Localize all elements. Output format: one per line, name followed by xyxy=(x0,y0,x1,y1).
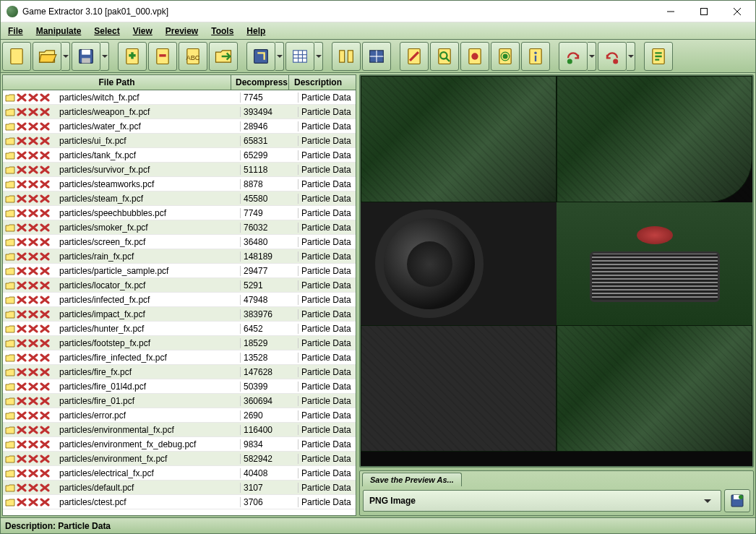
titlebar[interactable]: Game Extractor 3.10 [pak01_000.vpk] xyxy=(1,1,755,22)
cell-path: particles/witch_fx.pcf xyxy=(58,92,240,103)
convert-button[interactable] xyxy=(246,42,275,71)
table-row[interactable]: particles/witch_fx.pcf 7745 Particle Dat… xyxy=(3,90,356,105)
edit-button[interactable] xyxy=(400,42,429,71)
grid-button[interactable] xyxy=(362,42,391,71)
file-list-pane: File Path Decompress Description particl… xyxy=(2,74,356,516)
options-button[interactable] xyxy=(644,42,673,71)
table-row[interactable]: particles/infected_fx.pcf 47948 Particle… xyxy=(3,293,356,307)
preview-viewport[interactable] xyxy=(359,74,754,468)
row-icons xyxy=(3,267,58,275)
col-decompress[interactable]: Decompress xyxy=(231,75,289,90)
table-row[interactable]: particles/fire_01.pcf 360694 Particle Da… xyxy=(3,394,356,408)
table-row[interactable]: particles/steam_fx.pcf 45580 Particle Da… xyxy=(3,191,356,206)
folder-icon xyxy=(5,238,15,246)
folder-icon xyxy=(5,455,15,463)
table-body[interactable]: particles/witch_fx.pcf 7745 Particle Dat… xyxy=(3,90,356,515)
redo-red-button[interactable] xyxy=(598,42,627,71)
folder-icon xyxy=(5,382,15,391)
cell-path: particles/ui_fx.pcf xyxy=(58,136,240,146)
folder-icon xyxy=(5,209,15,218)
split-button[interactable] xyxy=(332,42,361,71)
menu-preview[interactable]: Preview xyxy=(164,25,199,38)
row-icons xyxy=(3,252,58,261)
row-icons xyxy=(3,324,58,333)
save-preview-tab[interactable]: Save the Preview As... xyxy=(362,473,462,486)
convert-dropdown[interactable] xyxy=(275,42,284,71)
table-row[interactable]: particles/hunter_fx.pcf 6452 Particle Da… xyxy=(3,322,356,336)
table-row[interactable]: particles/footstep_fx.pcf 18529 Particle… xyxy=(3,336,356,350)
minimize-button[interactable] xyxy=(654,1,687,22)
table-row[interactable]: particles/weapon_fx.pcf 393494 Particle … xyxy=(3,105,356,119)
menu-tools[interactable]: Tools xyxy=(210,25,235,38)
table-row[interactable]: particles/screen_fx.pcf 36480 Particle D… xyxy=(3,235,356,249)
table-row[interactable]: particles/ui_fx.pcf 65831 Particle Data xyxy=(3,134,356,148)
cell-decompress: 147628 xyxy=(240,367,298,377)
maximize-button[interactable] xyxy=(687,1,721,22)
save-preview-button[interactable] xyxy=(724,489,750,512)
open-dropdown[interactable] xyxy=(61,42,70,71)
cell-description: Particle Data xyxy=(298,396,356,406)
table-row[interactable]: particles/fire_infected_fx.pcf 13528 Par… xyxy=(3,350,356,365)
table-row[interactable]: particles/electrical_fx.pcf 40408 Partic… xyxy=(3,466,356,481)
export-button[interactable] xyxy=(209,42,238,71)
table-row[interactable]: particles/environmental_fx.pcf 116400 Pa… xyxy=(3,423,356,437)
col-filepath[interactable]: File Path xyxy=(3,75,231,90)
table-row[interactable]: particles/steamworks.pcf 8878 Particle D… xyxy=(3,177,356,191)
table-row[interactable]: particles/particle_sample.pcf 29477 Part… xyxy=(3,264,356,278)
table-row[interactable]: particles/smoker_fx.pcf 76032 Particle D… xyxy=(3,220,356,235)
gear2-button[interactable] xyxy=(491,42,520,71)
menu-manipulate[interactable]: Manipulate xyxy=(35,25,83,38)
x-icon-1 xyxy=(17,122,27,131)
find-button[interactable] xyxy=(430,42,459,71)
table-row[interactable]: particles/environment_fx_debug.pcf 9834 … xyxy=(3,437,356,452)
x-icon-2 xyxy=(28,469,38,478)
x-icon-3 xyxy=(40,93,50,102)
table-dropdown[interactable] xyxy=(314,42,323,71)
rename-button[interactable]: ABC xyxy=(179,42,207,71)
row-icons xyxy=(3,296,58,304)
folder-icon xyxy=(5,440,15,449)
x-icon-1 xyxy=(17,194,27,203)
table-button[interactable] xyxy=(285,42,314,71)
table-header: File Path Decompress Description xyxy=(3,75,356,90)
table-row[interactable]: particles/environment_fx.pcf 582942 Part… xyxy=(3,452,356,466)
remove-button[interactable] xyxy=(148,42,177,71)
col-description[interactable]: Description xyxy=(289,75,347,90)
table-row[interactable]: particles/rain_fx.pcf 148189 Particle Da… xyxy=(3,249,356,264)
table-row[interactable]: particles/fire_fx.pcf 147628 Particle Da… xyxy=(3,365,356,379)
close-button[interactable] xyxy=(721,1,754,22)
save-format-combo[interactable]: PNG Image xyxy=(363,490,721,512)
app-window: Game Extractor 3.10 [pak01_000.vpk] File… xyxy=(0,0,756,534)
table-row[interactable]: particles/survivor_fx.pcf 51118 Particle… xyxy=(3,163,356,177)
table-row[interactable]: particles/fire_01l4d.pcf 50399 Particle … xyxy=(3,379,356,394)
open-button[interactable] xyxy=(33,42,61,71)
table-row[interactable]: particles/water_fx.pcf 28946 Particle Da… xyxy=(3,119,356,134)
redo-green-button[interactable] xyxy=(559,42,588,71)
add-button[interactable] xyxy=(118,42,147,71)
redo-red-dropdown[interactable] xyxy=(627,42,635,71)
cell-path: particles/rain_fx.pcf xyxy=(58,251,240,262)
table-row[interactable]: particles/speechbubbles.pcf 7749 Particl… xyxy=(3,206,356,220)
table-row[interactable]: particles/impact_fx.pcf 383976 Particle … xyxy=(3,307,356,322)
menu-file[interactable]: File xyxy=(7,25,25,38)
x-icon-3 xyxy=(40,209,50,218)
x-icon-3 xyxy=(40,426,50,434)
menu-help[interactable]: Help xyxy=(245,25,267,38)
svg-rect-12 xyxy=(254,49,268,63)
cell-description: Particle Data xyxy=(298,251,356,262)
info-button[interactable] xyxy=(521,42,550,71)
table-row[interactable]: particles/tank_fx.pcf 65299 Particle Dat… xyxy=(3,148,356,163)
menu-view[interactable]: View xyxy=(132,25,154,38)
menu-select[interactable]: Select xyxy=(93,25,121,38)
new-button[interactable] xyxy=(2,42,31,71)
table-row[interactable]: particles/ctest.pcf 3706 Particle Data xyxy=(3,495,356,509)
save-dropdown[interactable] xyxy=(100,42,109,71)
svg-text:ABC: ABC xyxy=(186,53,199,61)
table-row[interactable]: particles/error.pcf 2690 Particle Data xyxy=(3,408,356,423)
table-row[interactable]: particles/locator_fx.pcf 5291 Particle D… xyxy=(3,278,356,293)
cell-decompress: 40408 xyxy=(240,468,298,478)
save-button[interactable] xyxy=(72,42,100,71)
gear1-button[interactable] xyxy=(460,42,489,71)
table-row[interactable]: particles/default.pcf 3107 Particle Data xyxy=(3,481,356,495)
redo-green-dropdown[interactable] xyxy=(588,42,596,71)
